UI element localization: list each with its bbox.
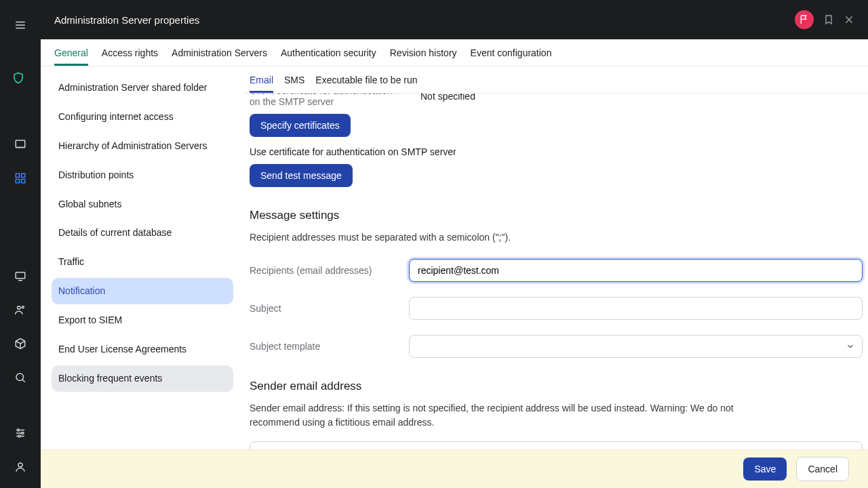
- specify-cert-row: Specify certificates: [250, 114, 863, 137]
- subject-template-select[interactable]: [409, 335, 863, 358]
- sidebar-item-label: Export to SIEM: [58, 314, 122, 325]
- tab-revision-history[interactable]: Revision history: [390, 39, 457, 66]
- form-scroll[interactable]: Client certificate for authentication on…: [244, 94, 868, 488]
- subject-row: Subject: [250, 297, 863, 320]
- svg-rect-8: [22, 180, 25, 183]
- sidebar-item-traffic[interactable]: Traffic: [52, 249, 233, 275]
- svg-point-19: [18, 429, 20, 431]
- content: General Access rights Administration Ser…: [41, 39, 868, 488]
- settings-icon[interactable]: [14, 427, 26, 439]
- main-panel: Administration Server properties General…: [41, 0, 868, 488]
- cube-icon[interactable]: [14, 338, 26, 350]
- subtab-sms[interactable]: SMS: [284, 66, 304, 93]
- shield-icon[interactable]: [12, 72, 28, 84]
- tab-label: Access rights: [102, 47, 158, 58]
- tab-auth-security[interactable]: Authentication security: [281, 39, 376, 66]
- subject-label: Subject: [250, 303, 409, 314]
- recipients-row: Recipients (email addresses): [250, 259, 863, 282]
- svg-point-12: [22, 306, 24, 308]
- subject-template-row: Subject template: [250, 335, 863, 358]
- svg-point-20: [22, 432, 24, 434]
- subtab-exec[interactable]: Executable file to be run: [315, 66, 417, 93]
- person-icon[interactable]: [14, 461, 26, 473]
- sidebar-item-shared-folder[interactable]: Administration Server shared folder: [52, 75, 233, 101]
- recipients-label: Recipients (email addresses): [250, 265, 409, 276]
- sidebar-item-dist-points[interactable]: Distribution points: [52, 162, 233, 188]
- tab-label: Event configuration: [471, 47, 552, 58]
- svg-rect-5: [16, 174, 19, 177]
- body: Administration Server shared folder Conf…: [41, 66, 868, 488]
- client-cert-value: Not specified: [420, 94, 475, 102]
- svg-point-14: [16, 373, 24, 381]
- send-test-message-button[interactable]: Send test message: [250, 164, 353, 187]
- svg-point-21: [18, 435, 20, 437]
- subtab-label: Executable file to be run: [315, 75, 417, 85]
- subtab-email[interactable]: Email: [250, 66, 273, 93]
- page-title: Administration Server properties: [54, 14, 795, 26]
- use-cert-note: Use certificate for authentication on SM…: [250, 146, 863, 157]
- message-settings-title: Message settings: [250, 209, 863, 222]
- save-button[interactable]: Save: [743, 458, 787, 481]
- bookmark-icon[interactable]: [823, 14, 834, 25]
- subject-template-label: Subject template: [250, 341, 409, 352]
- recipients-help: Recipient addresses must be separated wi…: [250, 230, 863, 244]
- sidebar-item-label: Details of current database: [58, 227, 172, 238]
- svg-rect-7: [16, 180, 19, 183]
- svg-point-11: [18, 306, 21, 310]
- sidebar-item-label: End User License Agreements: [58, 344, 186, 354]
- hamburger-icon[interactable]: [14, 19, 26, 31]
- tab-label: General: [54, 47, 88, 58]
- sidebar-item-notification[interactable]: Notification: [52, 278, 233, 304]
- sidebar-item-label: Distribution points: [58, 169, 134, 180]
- specify-certificates-button[interactable]: Specify certificates: [250, 114, 351, 137]
- sidebar-item-hierarchy[interactable]: Hierarchy of Administration Servers: [52, 133, 233, 159]
- tab-label: Authentication security: [281, 47, 376, 58]
- sidebar-item-blocking-events[interactable]: Blocking frequent events: [52, 365, 233, 392]
- sidebar-item-label: Blocking frequent events: [58, 373, 162, 384]
- sidebar-item-label: Hierarchy of Administration Servers: [58, 140, 207, 151]
- devices-icon[interactable]: [14, 270, 26, 282]
- users-icon[interactable]: [14, 304, 26, 316]
- dashboard-icon[interactable]: [14, 138, 26, 150]
- sidebar-item-label: Traffic: [58, 256, 84, 267]
- sidebar-item-label: Global subnets: [58, 199, 121, 209]
- tab-label: Revision history: [390, 47, 457, 58]
- recipients-input[interactable]: [409, 259, 863, 282]
- sidebar-item-siem[interactable]: Export to SIEM: [52, 307, 233, 333]
- svg-rect-3: [16, 140, 25, 148]
- chevron-down-icon: [846, 342, 855, 351]
- client-cert-label: Client certificate for authentication on…: [250, 94, 399, 107]
- header-icons: [795, 10, 854, 29]
- header: Administration Server properties: [41, 0, 868, 39]
- sidebar-item-db-details[interactable]: Details of current database: [52, 220, 233, 246]
- svg-rect-9: [16, 272, 25, 279]
- subject-input[interactable]: [409, 297, 863, 320]
- flag-icon[interactable]: [795, 10, 814, 29]
- close-icon[interactable]: [844, 14, 854, 25]
- search-icon[interactable]: [14, 371, 26, 384]
- grid-icon[interactable]: [14, 172, 26, 184]
- tab-label: Administration Servers: [172, 47, 267, 58]
- svg-point-22: [18, 463, 22, 467]
- sidebar-item-eula[interactable]: End User License Agreements: [52, 336, 233, 363]
- sidebar-item-label: Configuring internet access: [58, 111, 174, 122]
- tab-event-config[interactable]: Event configuration: [471, 39, 552, 66]
- cancel-button[interactable]: Cancel: [796, 457, 849, 481]
- send-test-row: Send test message: [250, 164, 863, 187]
- client-cert-row: Client certificate for authentication on…: [250, 94, 863, 107]
- sender-title: Sender email address: [250, 380, 863, 393]
- sub-tabs: Email SMS Executable file to be run: [244, 66, 868, 94]
- form-area: Email SMS Executable file to be run Clie…: [244, 66, 868, 488]
- tab-access-rights[interactable]: Access rights: [102, 39, 158, 66]
- subtab-label: Email: [250, 75, 273, 85]
- svg-line-15: [22, 380, 25, 382]
- footer: Save Cancel: [41, 449, 868, 488]
- sender-note: Sender email address: If this setting is…: [250, 401, 738, 429]
- top-tabs: General Access rights Administration Ser…: [41, 39, 868, 66]
- tab-admin-servers[interactable]: Administration Servers: [172, 39, 267, 66]
- tab-general[interactable]: General: [54, 39, 88, 66]
- svg-rect-6: [22, 174, 25, 177]
- sidebar-item-label: Administration Server shared folder: [58, 82, 207, 93]
- sidebar-item-internet-access[interactable]: Configuring internet access: [52, 104, 233, 130]
- sidebar-item-global-subnets[interactable]: Global subnets: [52, 191, 233, 218]
